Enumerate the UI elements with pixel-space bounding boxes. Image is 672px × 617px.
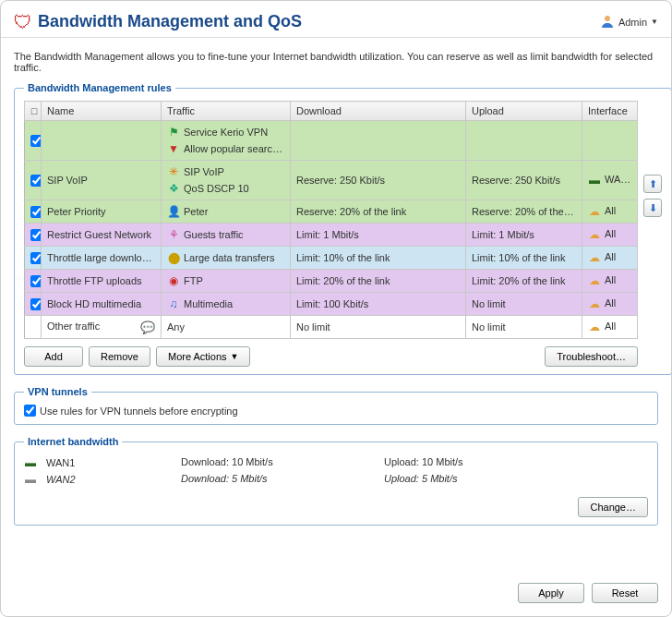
interface-label: All [605, 251, 616, 262]
row-download-cell[interactable]: Limit: 20% of the link [291, 270, 466, 293]
row-traffic-cell[interactable]: ✳SIP VoIP❖QoS DSCP 10 [162, 161, 291, 200]
col-name[interactable]: Name [42, 102, 162, 121]
row-enable-checkbox[interactable] [30, 206, 42, 218]
traffic-item: ⚑Service Kerio VPN [167, 124, 284, 140]
reset-button[interactable]: Reset [592, 583, 658, 603]
internet-bandwidth-fieldset: Internet bandwidth ▬WAN1Download: 10 Mbi… [14, 436, 658, 526]
row-name-cell[interactable]: Throttle FTP uploads [42, 270, 162, 293]
row-enable-checkbox[interactable] [30, 252, 42, 264]
row-enable-checkbox[interactable] [30, 135, 42, 147]
header-bar: 🛡 Bandwidth Management and QoS Admin ▼ [1, 1, 671, 38]
row-interface-cell[interactable]: ☁All [582, 224, 638, 247]
row-download-cell[interactable]: Limit: 100 Kbit/s [291, 293, 466, 316]
row-upload-cell[interactable]: No limit [466, 316, 582, 339]
row-upload-cell[interactable]: Limit: 20% of the link [466, 270, 582, 293]
row-enable-checkbox[interactable] [30, 175, 42, 187]
col-upload[interactable]: Upload [466, 102, 582, 121]
table-row[interactable]: Other traffic💬AnyNo limitNo limit☁All [25, 316, 638, 339]
row-download-cell[interactable]: Limit: 10% of the link [291, 247, 466, 270]
remove-button[interactable]: Remove [89, 346, 150, 367]
col-download[interactable]: Download [291, 102, 466, 121]
move-down-button[interactable]: ⬇ [643, 199, 662, 217]
row-traffic-cell[interactable]: ⚘Guests traffic [162, 224, 291, 247]
content-area: The Bandwidth Management allows you to f… [1, 38, 671, 546]
table-row[interactable]: Throttle FTP uploads◉FTPLimit: 20% of th… [25, 270, 638, 293]
row-name-cell[interactable]: SIP VoIP [42, 161, 162, 200]
row-download-cell[interactable]: Reserve: 250 Kbit/s [291, 161, 466, 200]
row-enable-checkbox[interactable] [30, 229, 42, 241]
row-interface-cell[interactable]: ▬WAN1 [582, 161, 638, 200]
row-traffic-cell[interactable]: ⚑Service Kerio VPN▼Allow popular searc… [162, 121, 291, 161]
table-row[interactable]: ⚑Service Kerio VPN▼Allow popular searc… [25, 121, 638, 161]
traffic-label: QoS DSCP 10 [184, 183, 249, 194]
cloud-icon: ☁ [588, 205, 601, 218]
vpn-checkbox[interactable] [24, 405, 36, 417]
row-interface-cell[interactable] [582, 121, 638, 161]
more-actions-button[interactable]: More Actions ▼ [156, 346, 251, 367]
col-interface[interactable]: Interface [582, 102, 638, 121]
footer-bar: Apply Reset [1, 575, 671, 616]
row-upload-cell[interactable]: Limit: 10% of the link [466, 247, 582, 270]
move-up-button[interactable]: ⬆ [643, 175, 662, 193]
admin-menu[interactable]: Admin ▼ [600, 14, 658, 30]
bandwidth-upload: Upload: 10 Mbit/s [384, 456, 569, 469]
row-traffic-cell[interactable]: ⬤Large data transfers [162, 247, 291, 270]
row-enable-checkbox[interactable] [30, 275, 42, 287]
row-download-cell[interactable]: Reserve: 20% of the link [291, 200, 466, 224]
col-check[interactable]: ☐ [25, 102, 42, 121]
traffic-label: Any [167, 321, 185, 333]
change-button[interactable]: Change… [578, 497, 648, 517]
col-traffic[interactable]: Traffic [162, 102, 291, 121]
row-upload-cell[interactable]: Reserve: 20% of the … [466, 200, 582, 224]
traffic-item: ⚘Guests traffic [167, 226, 284, 243]
row-name-cell[interactable]: Peter Priority [42, 200, 162, 224]
row-name-cell[interactable]: Block HD multimedia [42, 293, 162, 316]
row-interface-cell[interactable]: ☁All [582, 247, 638, 270]
table-row[interactable]: Restrict Guest Network⚘Guests trafficLim… [25, 224, 638, 247]
add-button[interactable]: Add [24, 346, 83, 367]
table-row[interactable]: SIP VoIP✳SIP VoIP❖QoS DSCP 10Reserve: 25… [25, 161, 638, 200]
row-name-label: Throttle FTP uploads [47, 275, 142, 286]
row-upload-cell[interactable]: No limit [466, 293, 582, 316]
vpn-checkbox-label: Use rules for VPN tunnels before encrypt… [40, 405, 238, 417]
row-interface-cell[interactable]: ☁All [582, 270, 638, 293]
row-traffic-cell[interactable]: ♫Multimedia [162, 293, 291, 316]
row-upload-cell[interactable]: Limit: 1 Mbit/s [466, 224, 582, 247]
row-upload-cell[interactable] [466, 121, 582, 161]
row-enable-checkbox[interactable] [30, 298, 42, 310]
table-row[interactable]: Block HD multimedia♫MultimediaLimit: 100… [25, 293, 638, 316]
row-name-label: SIP VoIP [47, 175, 88, 186]
row-name-cell[interactable] [42, 121, 162, 161]
row-interface-cell[interactable]: ☁All [582, 316, 638, 339]
vpn-legend: VPN tunnels [24, 386, 91, 397]
traffic-label: Guests traffic [184, 229, 244, 240]
traffic-item: ◉FTP [167, 272, 284, 289]
row-traffic-cell[interactable]: Any [162, 316, 291, 339]
row-download-cell[interactable] [291, 121, 466, 161]
interface-label: All [605, 321, 616, 332]
more-actions-label: More Actions [168, 351, 227, 362]
row-traffic-cell[interactable]: ◉FTP [162, 270, 291, 293]
vpn-plug-icon: ⚑ [167, 126, 180, 139]
troubleshoot-button[interactable]: Troubleshoot… [545, 346, 638, 367]
vpn-checkbox-row[interactable]: Use rules for VPN tunnels before encrypt… [24, 405, 648, 417]
row-download-cell[interactable]: Limit: 1 Mbit/s [291, 224, 466, 247]
row-name-cell[interactable]: Throttle large downloa… [42, 247, 162, 270]
ftp-icon: ◉ [167, 274, 180, 287]
row-name-cell[interactable]: Restrict Guest Network [42, 224, 162, 247]
table-row[interactable]: Throttle large downloa…⬤Large data trans… [25, 247, 638, 270]
row-name-label: Throttle large downloa… [47, 252, 158, 263]
row-upload-cell[interactable]: Reserve: 250 Kbit/s [466, 161, 582, 200]
row-interface-cell[interactable]: ☁All [582, 293, 638, 316]
row-download-cell[interactable]: No limit [291, 316, 466, 339]
row-name-label: Block HD multimedia [47, 298, 141, 309]
traffic-item: Any [167, 319, 284, 335]
row-check-cell [25, 224, 42, 247]
row-interface-cell[interactable]: ☁All [582, 200, 638, 224]
row-name-label: Other traffic [47, 321, 100, 332]
row-traffic-cell[interactable]: 👤Peter [162, 200, 291, 224]
table-row[interactable]: Peter Priority👤PeterReserve: 20% of the … [25, 200, 638, 224]
row-name-cell[interactable]: Other traffic💬 [42, 316, 162, 339]
rules-fieldset: Bandwidth Management rules ☐ Name Traffi… [14, 82, 672, 375]
apply-button[interactable]: Apply [518, 583, 584, 603]
